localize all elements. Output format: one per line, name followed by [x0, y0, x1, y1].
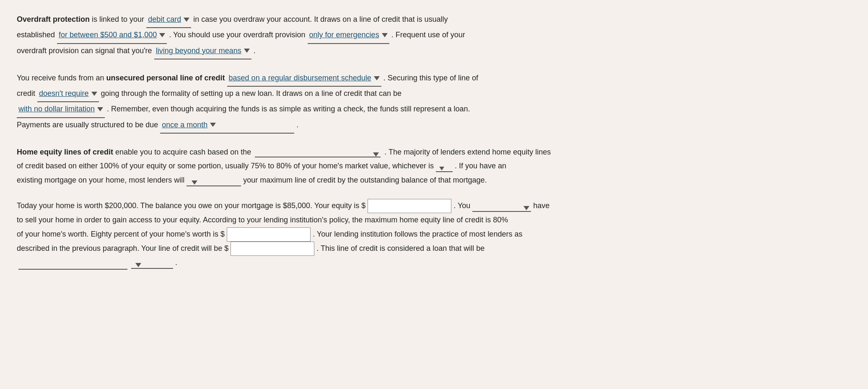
dropdown-arrow [91, 92, 97, 96]
dropdown-arrow [210, 123, 216, 127]
dropdown-arrow [373, 152, 379, 157]
para1-text2: in case you overdraw your account. It dr… [193, 15, 448, 23]
para2-text6: Payments are usually structured to be du… [17, 121, 158, 129]
para2-text1: You receive funds from an [17, 74, 104, 82]
para2-text3: credit [17, 89, 35, 98]
dollar-limit-value: with no dollar limitation [18, 102, 95, 116]
require-dropdown[interactable]: doesn't require [37, 87, 99, 102]
equity-basis-dropdown[interactable] [255, 152, 381, 157]
para4-text8: . This line of credit is considered a lo… [316, 244, 485, 252]
paragraph-1: Overdraft protection is linked to your d… [17, 13, 851, 59]
once-month-dropdown[interactable]: once a month [160, 118, 294, 134]
para4-text2: . You [453, 201, 470, 210]
dollar-limit-dropdown[interactable]: with no dollar limitation [17, 102, 105, 118]
emergencies-dropdown[interactable]: only for emergencies [308, 28, 389, 44]
para4-text5: of your home's worth. Eighty percent of … [17, 230, 225, 238]
dropdown-arrow [523, 206, 529, 210]
para2-text5: . Remember, even though acquiring the fu… [107, 105, 470, 113]
para4-text1: Today your home is worth $200,000. The b… [17, 201, 365, 210]
require-value: doesn't require [39, 87, 89, 100]
para3-text4: . If you have an [455, 162, 506, 170]
living-beyond-value: living beyond your means [156, 44, 241, 58]
credit-amount-dropdown[interactable]: for between $500 and $1,000 [57, 28, 167, 44]
sell-dropdown[interactable] [472, 206, 531, 212]
para2-text7: . [296, 121, 298, 129]
para3-text2: . The majority of lenders extend home eq… [384, 148, 551, 156]
dropdown-arrow [159, 33, 165, 37]
eighty-percent-input[interactable] [227, 227, 311, 242]
para4-text3: have [533, 201, 549, 210]
emergencies-value: only for emergencies [309, 28, 379, 42]
credit-line-input[interactable] [231, 242, 314, 256]
paragraph-2: You receive funds from an unsecured pers… [17, 71, 851, 134]
disbursement-value: based on a regular disbursement schedule [229, 71, 371, 85]
para4-text9: . [175, 258, 177, 267]
para3-text5: existing mortgage on your home, most len… [17, 176, 184, 184]
whichever-dropdown[interactable] [436, 167, 453, 172]
debit-card-value: debit card [148, 13, 181, 26]
para2-text4: going through the formality of setting u… [101, 89, 402, 98]
final-blank-line [18, 269, 127, 270]
para4-text7: described in the previous paragraph. You… [17, 244, 228, 252]
overdraft-protection-label: Overdraft protection [17, 15, 90, 23]
paragraph-4: Today your home is worth $200,000. The b… [17, 199, 851, 270]
living-beyond-dropdown[interactable]: living beyond your means [154, 44, 251, 59]
para1-text6: overdraft provision can signal that you'… [17, 46, 152, 55]
para3-text6: your maximum line of credit by the outst… [243, 176, 487, 184]
para1-text5: . Frequent use of your [391, 31, 465, 39]
debit-card-dropdown[interactable]: debit card [146, 13, 191, 28]
para2-text2: . Securing this type of line of [383, 74, 478, 82]
home-equity-label: Home equity lines of credit [17, 148, 113, 156]
dropdown-arrow [192, 180, 197, 185]
dropdown-arrow [374, 76, 380, 80]
dropdown-arrow [184, 18, 189, 22]
para1-text7: . [254, 46, 256, 55]
credit-amount-value: for between $500 and $1,000 [59, 28, 157, 42]
para1-text3: established [17, 31, 55, 39]
dropdown-arrow [244, 49, 250, 53]
para4-text4: to sell your home in order to gain acces… [17, 216, 508, 224]
dropdown-arrow [135, 263, 141, 267]
para4-text6: . Your lending institution follows the p… [313, 230, 522, 238]
once-month-value: once a month [162, 118, 207, 132]
dropdown-arrow [97, 107, 103, 111]
dropdown-arrow [382, 33, 388, 37]
dropdown-arrow [439, 167, 444, 170]
disbursement-dropdown[interactable]: based on a regular disbursement schedule [227, 71, 381, 87]
paragraph-3: Home equity lines of credit enable you t… [17, 145, 851, 187]
final-dropdown[interactable] [131, 263, 173, 269]
para3-text3: of credit based on either 100% of your e… [17, 162, 434, 170]
para3-text1: enable you to acquire cash based on the [115, 148, 251, 156]
reduce-dropdown[interactable] [187, 180, 241, 186]
unsecured-label: unsecured personal line of credit [106, 74, 225, 82]
para1-text1: is linked to your [92, 15, 144, 23]
equity-input[interactable] [368, 199, 451, 213]
para1-text4: . You should use your overdraft provisio… [169, 31, 305, 39]
